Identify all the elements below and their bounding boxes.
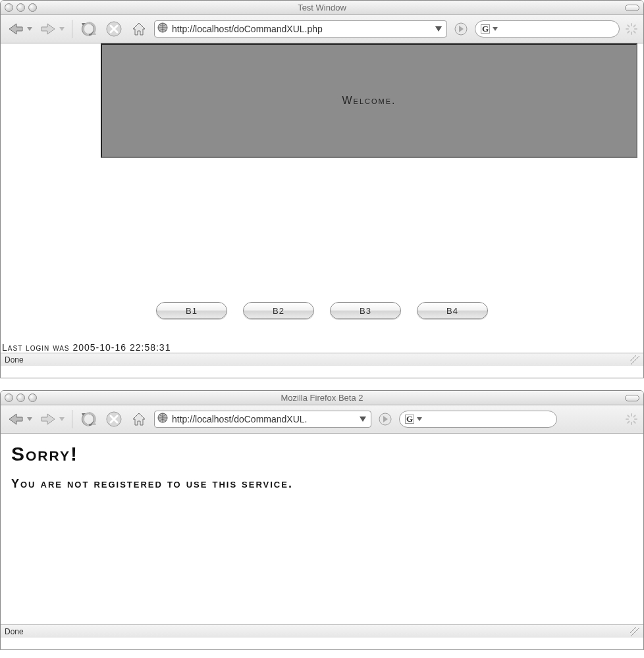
stop-icon <box>105 411 122 428</box>
stop-button[interactable] <box>104 409 124 429</box>
home-icon <box>130 411 148 428</box>
button-b1[interactable]: B1 <box>156 302 227 319</box>
resize-grip[interactable] <box>630 627 639 636</box>
back-history-dropdown[interactable] <box>26 21 33 37</box>
svg-line-19 <box>634 422 635 423</box>
search-engine-icon[interactable]: G <box>481 24 490 34</box>
status-text: Done <box>5 355 24 365</box>
search-engine-dropdown-icon[interactable] <box>417 417 422 421</box>
content-area: Sorry! You are not registered to use thi… <box>1 434 643 624</box>
window-firefox-beta: Mozilla Firefox Beta 2 <box>0 390 644 650</box>
status-text: Done <box>5 627 24 636</box>
back-history-dropdown[interactable] <box>26 411 33 427</box>
traffic-lights <box>5 3 37 12</box>
svg-line-21 <box>628 422 629 423</box>
activity-throbber <box>625 413 638 426</box>
browser-toolbar: http://localhost/doCommandXUL.php G <box>1 15 643 43</box>
go-button[interactable] <box>377 411 394 428</box>
toolbar-separator <box>72 20 72 38</box>
throbber-icon <box>625 22 638 36</box>
window-title: Mozilla Firefox Beta 2 <box>1 393 643 403</box>
home-icon <box>130 20 148 38</box>
go-button[interactable] <box>452 20 470 38</box>
back-arrow-icon <box>7 412 24 426</box>
minimize-window-button[interactable] <box>16 3 25 12</box>
window-title: Test Window <box>1 3 643 13</box>
throbber-icon <box>625 413 638 426</box>
reload-icon <box>80 20 97 38</box>
svg-line-10 <box>628 32 629 33</box>
url-text[interactable]: http://localhost/doCommandXUL. <box>172 414 354 424</box>
site-identity-icon[interactable] <box>157 22 168 36</box>
back-arrow-icon <box>7 22 24 36</box>
button-b2[interactable]: B2 <box>243 302 314 319</box>
welcome-text: Welcome. <box>342 95 396 107</box>
site-identity-icon[interactable] <box>157 413 168 426</box>
error-message-block: Sorry! You are not registered to use thi… <box>1 434 643 491</box>
forward-arrow-icon <box>40 412 57 426</box>
minimize-window-button[interactable] <box>16 393 25 402</box>
go-icon <box>379 413 392 426</box>
statusbar: Done <box>1 624 643 638</box>
zoom-window-button[interactable] <box>28 3 37 12</box>
back-button[interactable] <box>6 409 26 429</box>
forward-arrow-icon <box>40 22 57 36</box>
svg-line-18 <box>628 415 629 417</box>
svg-line-20 <box>634 415 635 417</box>
back-button-group <box>6 409 33 429</box>
url-bar[interactable]: http://localhost/doCommandXUL. <box>154 411 371 428</box>
search-bar[interactable]: G <box>475 20 620 38</box>
url-history-dropdown[interactable] <box>433 26 444 32</box>
forward-button[interactable] <box>38 19 58 39</box>
search-bar[interactable]: G <box>399 411 557 428</box>
home-button[interactable] <box>129 409 149 429</box>
svg-line-7 <box>628 25 629 26</box>
home-button[interactable] <box>129 19 149 39</box>
svg-line-9 <box>634 25 635 26</box>
reload-button[interactable] <box>79 409 99 429</box>
last-login-text: Last login was 2005-10-16 22:58:31 <box>2 342 171 353</box>
toolbar-separator <box>72 410 72 428</box>
url-history-dropdown[interactable] <box>358 417 368 422</box>
forward-button-group <box>38 19 65 39</box>
browser-toolbar: http://localhost/doCommandXUL. G <box>1 405 643 434</box>
globe-icon <box>157 22 168 33</box>
url-bar[interactable]: http://localhost/doCommandXUL.php <box>154 20 447 38</box>
reload-icon <box>80 411 97 428</box>
toolbar-toggle-pill[interactable] <box>625 395 639 401</box>
globe-icon <box>157 413 168 423</box>
button-row: B1 B2 B3 B4 <box>1 302 643 319</box>
close-window-button[interactable] <box>5 3 13 12</box>
titlebar[interactable]: Mozilla Firefox Beta 2 <box>1 391 643 405</box>
back-button-group <box>6 19 33 39</box>
titlebar[interactable]: Test Window <box>1 1 643 15</box>
content-area: Welcome. B1 B2 B3 B4 Last login was 2005… <box>1 43 643 353</box>
close-window-button[interactable] <box>5 393 13 402</box>
svg-line-8 <box>634 32 635 33</box>
error-body: You are not registered to use this servi… <box>11 477 633 491</box>
statusbar: Done <box>1 353 643 366</box>
url-text[interactable]: http://localhost/doCommandXUL.php <box>172 24 429 34</box>
error-heading: Sorry! <box>11 443 633 465</box>
welcome-panel: Welcome. <box>101 43 637 158</box>
forward-history-dropdown[interactable] <box>59 411 65 427</box>
resize-grip[interactable] <box>630 355 639 365</box>
zoom-window-button[interactable] <box>28 393 37 402</box>
forward-button-group <box>38 409 65 429</box>
window-test: Test Window <box>0 0 644 378</box>
activity-throbber <box>625 22 638 36</box>
traffic-lights <box>5 393 37 402</box>
stop-button[interactable] <box>104 19 124 39</box>
forward-history-dropdown[interactable] <box>59 21 65 37</box>
search-engine-dropdown-icon[interactable] <box>493 27 498 31</box>
button-b3[interactable]: B3 <box>330 302 401 319</box>
go-icon <box>454 22 468 36</box>
button-b4[interactable]: B4 <box>417 302 488 319</box>
reload-button[interactable] <box>79 19 99 39</box>
back-button[interactable] <box>6 19 26 39</box>
toolbar-toggle-pill[interactable] <box>625 5 639 11</box>
search-engine-icon[interactable]: G <box>405 415 414 424</box>
stop-icon <box>105 20 122 38</box>
forward-button[interactable] <box>38 409 58 429</box>
